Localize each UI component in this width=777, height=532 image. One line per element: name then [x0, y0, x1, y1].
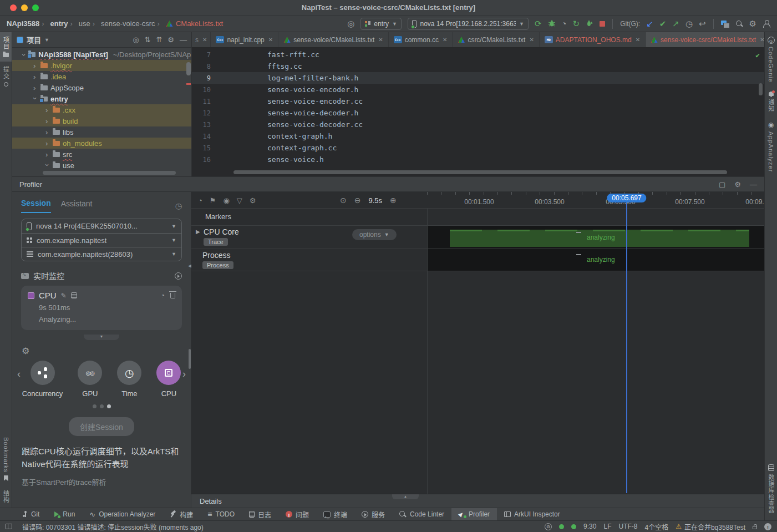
tool-window-tab[interactable]: 通知: [766, 87, 775, 116]
collapse-handle[interactable]: ▼: [84, 335, 119, 340]
zoom-out-icon[interactable]: ⊖: [354, 196, 361, 205]
close-tab-icon[interactable]: ✕: [268, 37, 273, 43]
profiler-type-item[interactable]: GPU: [78, 361, 102, 398]
profiler-settings-gear-icon[interactable]: ⚙: [734, 180, 741, 189]
profile-app-button[interactable]: ◔: [562, 19, 567, 28]
profiler-type-item[interactable]: Time: [117, 361, 141, 398]
editor-tab[interactable]: s ✕: [192, 32, 211, 47]
locate-target-icon[interactable]: ◎: [347, 19, 354, 28]
tree-expand-icon[interactable]: ›: [31, 97, 39, 102]
zoom-reset-icon[interactable]: ⊙: [340, 196, 347, 205]
panel-options-gear-icon[interactable]: ⚙: [167, 36, 174, 44]
toolwindow-button[interactable]: 日志: [242, 508, 278, 520]
hide-panel-icon[interactable]: ―: [180, 36, 187, 44]
close-tab-icon[interactable]: ✕: [378, 37, 383, 43]
tree-item[interactable]: › .cxx: [12, 104, 191, 115]
session-history-icon[interactable]: ◷: [175, 201, 182, 210]
project-vertical-scrollbar[interactable]: [186, 62, 191, 75]
tool-window-tab[interactable]: 项目: [0, 32, 12, 62]
code-line[interactable]: 16 sense-voice.h: [192, 154, 764, 165]
toolwindow-button[interactable]: Git: [16, 508, 47, 520]
editor-tab[interactable]: napi_init.cpp ✕: [211, 32, 278, 47]
profiler-type-circle[interactable]: [78, 361, 102, 385]
process-dropdown[interactable]: com.example.napitest(28603) ▼: [22, 247, 181, 261]
tree-item[interactable]: › .idea: [12, 71, 191, 82]
codegenie-status-icon[interactable]: G: [545, 523, 552, 530]
details-expand-handle[interactable]: ▲: [392, 494, 419, 499]
session-time-icon[interactable]: ◔: [160, 291, 165, 300]
expand-all-icon[interactable]: ⇅: [145, 36, 151, 44]
toolwindow-button[interactable]: ArkUI Inspector: [497, 508, 567, 520]
timeline-filter-icon[interactable]: ▽: [237, 196, 242, 205]
tree-expand-icon[interactable]: ›: [45, 150, 50, 159]
code-line[interactable]: 14 context-graph.h: [192, 130, 764, 142]
tree-expand-icon[interactable]: ›: [45, 106, 50, 114]
tree-expand-icon[interactable]: ›: [43, 164, 52, 168]
search-everywhere-icon[interactable]: [735, 20, 743, 28]
debug-button[interactable]: [548, 19, 556, 28]
git-update-button[interactable]: ↙: [646, 19, 653, 28]
tool-window-tab[interactable]: Bookmarks: [3, 433, 9, 485]
tree-expand-icon[interactable]: ›: [33, 62, 38, 70]
tree-item[interactable]: › build: [12, 115, 191, 126]
profiler-type-item[interactable]: Concurrency: [22, 361, 63, 398]
lock-icon[interactable]: [753, 526, 757, 529]
profiler-type-circle[interactable]: [117, 361, 141, 385]
code-line[interactable]: 10 sense-voice-encoder.h: [192, 84, 764, 95]
close-tab-icon[interactable]: ✕: [443, 37, 447, 43]
stop-button[interactable]: [600, 21, 605, 27]
session-notes-icon[interactable]: [71, 292, 77, 298]
git-rollback-button[interactable]: ↩: [699, 19, 706, 28]
profiler-type-circle[interactable]: [31, 361, 55, 385]
editor-tab[interactable]: sense-voice-csrc/CMakeLists.txt ✕: [646, 32, 764, 47]
carousel-prev-icon[interactable]: ‹: [17, 368, 21, 380]
breadcrumb-item[interactable]: NApi3588: [7, 19, 39, 28]
maximize-panel-icon[interactable]: ▢: [719, 180, 725, 189]
code-line[interactable]: 13 sense-voice-decoder.cc: [192, 119, 764, 130]
session-settings-gear-icon[interactable]: ⚙: [22, 346, 191, 356]
timeline-clock-icon[interactable]: ◔: [198, 196, 202, 205]
tree-item[interactable]: › .hvigor: [12, 60, 191, 71]
timeline-ruler[interactable]: 00:01.500 00:03.500 00:05.500 00:07.500 …: [427, 192, 764, 209]
carousel-next-icon[interactable]: ›: [182, 368, 186, 380]
options-button[interactable]: options▼: [352, 229, 397, 240]
collapse-all-icon[interactable]: ⇈: [156, 36, 162, 44]
chevron-down-icon[interactable]: ▼: [44, 37, 49, 43]
editor-tab[interactable]: sense-voice/CMakeLists.txt ✕: [278, 32, 388, 47]
tree-expand-icon[interactable]: ›: [45, 139, 50, 148]
code-line[interactable]: 11 sense-voice-encoder.cc: [192, 95, 764, 107]
module-selector[interactable]: entry ▼: [360, 18, 402, 30]
git-commit-button[interactable]: ✔: [659, 19, 667, 28]
timeline-record-icon[interactable]: ◉: [224, 196, 230, 205]
tool-window-tab[interactable]: 数据库检查器: [766, 460, 775, 518]
restart-app-button[interactable]: ↻: [573, 19, 580, 28]
project-panel-title[interactable]: 项目: [27, 34, 41, 45]
toolwindow-button[interactable]: 构建: [162, 508, 200, 520]
tree-expand-icon[interactable]: ›: [33, 84, 38, 92]
breadcrumb-item[interactable]: use: [70, 19, 90, 28]
toolwindow-button[interactable]: TODO: [200, 508, 242, 520]
code-line[interactable]: 15 context-graph.cc: [192, 142, 764, 154]
tree-expand-icon[interactable]: ›: [45, 128, 50, 136]
toolwindow-button[interactable]: 终端: [316, 508, 354, 520]
session-scrollbar[interactable]: [189, 349, 191, 369]
code-line[interactable]: 7 fast-rfft.cc: [192, 49, 764, 60]
cpu-session-card[interactable]: CPU ✎ ◔ 9s 501ms Analyzing...: [21, 286, 182, 330]
editor-vertical-scrollbar[interactable]: [759, 83, 763, 95]
vcs-merge-status[interactable]: 正在合并bq3588Test: [684, 522, 745, 531]
tree-root[interactable]: › NApi3588 [NapiTest] ~/Desktop/ProjectS…: [12, 49, 191, 60]
git-history-button[interactable]: ◷: [685, 19, 693, 28]
carousel-dots[interactable]: [12, 404, 191, 408]
delete-session-icon[interactable]: [170, 293, 175, 298]
editor-horizontal-scrollbar[interactable]: [233, 170, 727, 174]
editor-tab[interactable]: csrc/CMakeLists.txt ✕: [453, 32, 539, 47]
app-dropdown[interactable]: com.example.napitest ▼: [22, 233, 181, 247]
profiler-type-item[interactable]: CPU: [156, 361, 181, 398]
layout-icon[interactable]: [6, 524, 12, 529]
attach-debugger-button[interactable]: [586, 19, 593, 28]
timeline-flag-icon[interactable]: ⚑: [210, 196, 216, 205]
timeline-marker-time[interactable]: 00:05.697: [607, 194, 646, 202]
monitor-play-icon[interactable]: [175, 272, 182, 280]
inspections-ok-icon[interactable]: ✔: [755, 51, 760, 59]
toolwindow-button[interactable]: Run: [47, 508, 82, 520]
